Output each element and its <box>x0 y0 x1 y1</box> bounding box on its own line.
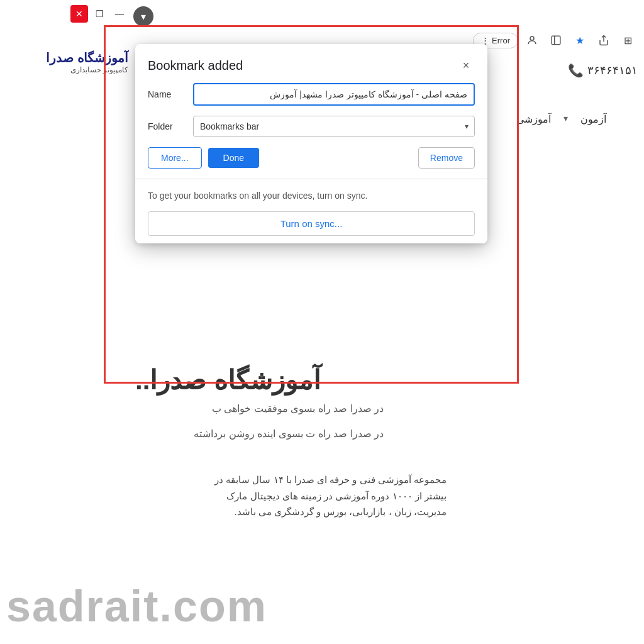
svg-point-3 <box>530 36 534 40</box>
site-watermark: sadrait.com <box>6 581 267 631</box>
site-main-heading: آموزشگاه صدرا.. <box>6 365 321 396</box>
nav-bar: آزمون ▾ آموزشی <box>516 113 606 125</box>
nav-item-amouzeshi[interactable]: آموزشی <box>516 113 551 125</box>
share-icon[interactable] <box>594 30 614 50</box>
dropdown-chevron-btn[interactable]: ▾ <box>133 6 153 26</box>
done-button[interactable]: Done <box>208 148 259 168</box>
chevron-down-icon: ▾ <box>141 11 146 23</box>
bookmark-star-icon[interactable]: ★ <box>570 30 590 50</box>
folder-row: Folder Bookmarks bar Other bookmarks Mob… <box>148 116 475 137</box>
dialog-close-button[interactable]: × <box>457 57 475 74</box>
site-phone: 📞 ۳۶۴۶۴۱۵۱ <box>568 63 638 78</box>
site-logo: آموزشگاه صدرا کامپیوتر حسابداری <box>15 50 128 74</box>
logo-sub-text: کامپیوتر حسابداری <box>15 65 128 74</box>
turn-on-sync-button[interactable]: Turn on sync... <box>148 211 475 236</box>
phone-icon: 📞 <box>568 63 584 78</box>
remove-button[interactable]: Remove <box>418 147 475 169</box>
dialog-body: Name Folder Bookmarks bar Other bookmark… <box>135 83 487 179</box>
window-controls: — ❒ ✕ <box>70 5 128 23</box>
dialog-actions: More... Done Remove <box>148 147 475 169</box>
sync-section: To get your bookmarks on all your device… <box>135 179 487 243</box>
browser-toolbar: ⊞ ★ Error ⋮ <box>473 30 638 50</box>
name-input[interactable] <box>193 83 475 106</box>
nav-item-azmon[interactable]: آزمون <box>580 113 606 125</box>
bookmark-dialog: Bookmark added × Name Folder Bookmarks b… <box>135 44 487 243</box>
sidebar-icon[interactable] <box>546 30 566 50</box>
site-sub-text-2: در صدرا صد راه ت بسوی اینده روشن برداشته <box>6 428 384 440</box>
translate-icon[interactable]: ⊞ <box>618 30 638 50</box>
svg-rect-1 <box>552 36 560 45</box>
site-desc-line3: مدیریت، زبان ، بازاریابی، بورس و گردشگری… <box>6 504 447 520</box>
phone-number: ۳۶۴۶۴۱۵۱ <box>587 64 638 77</box>
close-button[interactable]: ✕ <box>70 5 88 23</box>
site-sub-text-1: در صدرا صد راه بسوی موفقیت خواهی ب <box>6 402 384 414</box>
sync-description: To get your bookmarks on all your device… <box>148 189 475 203</box>
site-desc-line2: بیشتر از ۱۰۰۰ دوره آموزشی در زمینه های د… <box>6 488 447 504</box>
dialog-header: Bookmark added × <box>135 44 487 83</box>
name-label: Name <box>148 89 186 99</box>
folder-label: Folder <box>148 121 186 131</box>
minimize-button[interactable]: — <box>111 5 128 23</box>
more-button[interactable]: More... <box>148 147 202 169</box>
folder-select[interactable]: Bookmarks bar Other bookmarks Mobile boo… <box>193 116 475 137</box>
folder-select-wrapper: Bookmarks bar Other bookmarks Mobile boo… <box>193 116 475 137</box>
site-desc-line1: مجموعه آموزشی فنی و حرفه ای صدرا با ۱۴ س… <box>6 472 447 488</box>
profile-icon[interactable] <box>522 30 542 50</box>
nav-chevron: ▾ <box>564 113 568 125</box>
error-label: Error <box>492 36 510 45</box>
dialog-title: Bookmark added <box>148 58 243 73</box>
site-description: مجموعه آموزشی فنی و حرفه ای صدرا با ۱۴ س… <box>6 472 447 520</box>
logo-main-text: آموزشگاه صدرا <box>15 50 128 65</box>
name-row: Name <box>148 83 475 106</box>
maximize-button[interactable]: ❒ <box>91 5 108 23</box>
